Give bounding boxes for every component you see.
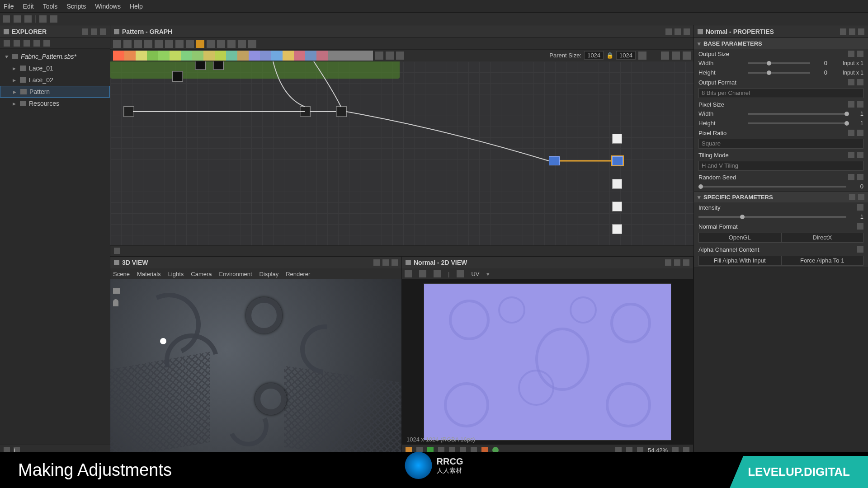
pin-icon[interactable] [373,259,380,266]
graph-output-node[interactable] [612,202,622,211]
maximize-icon[interactable] [91,28,97,35]
menu-display[interactable]: Display [259,271,279,277]
graph-node-selected[interactable] [549,156,560,165]
reset-icon[interactable] [857,246,863,253]
refresh-icon[interactable] [14,40,20,47]
zoom-icon[interactable] [155,40,163,48]
frame-icon[interactable] [113,40,121,48]
reset-icon[interactable] [857,101,863,108]
tree-item-pattern[interactable]: ▸ Pattern [0,86,110,98]
func-icon[interactable] [858,194,864,200]
pin-icon[interactable] [665,259,671,266]
maximize-icon[interactable] [849,28,855,35]
atomic-emboss[interactable] [203,51,215,61]
compute-icon[interactable] [196,40,204,48]
graph-canvas[interactable] [110,61,693,245]
menu-edit[interactable]: Edit [23,3,34,10]
atomic-normal[interactable] [260,51,271,61]
intensity-slider[interactable] [698,216,846,218]
menu-help[interactable]: Help [130,3,143,10]
atomic-dirblur[interactable] [170,51,181,61]
height-slider[interactable] [748,72,810,74]
magnify-icon[interactable] [144,40,152,48]
comment-icon[interactable] [386,52,394,60]
chevron-right-icon[interactable]: ▸ [11,100,17,107]
reset-icon[interactable] [857,223,863,230]
atomic-input[interactable] [350,51,362,61]
inherit-icon[interactable] [848,51,854,57]
chevron-right-icon[interactable]: ▸ [11,65,17,72]
home-icon[interactable] [3,15,10,23]
save-icon[interactable] [24,15,32,23]
atomic-distance[interactable] [192,51,203,61]
specific-params-header[interactable]: SPECIFIC PARAMETERS [703,194,773,201]
chevron-right-icon[interactable]: ▸ [11,88,18,95]
atomic-shuffle[interactable] [283,51,294,61]
light-icon[interactable] [113,299,118,306]
expose-icon[interactable] [849,194,855,200]
inherit-icon[interactable] [848,152,854,158]
close-icon[interactable] [684,28,690,35]
tree-root[interactable]: ▾ Fabric_Pattern.sbs* [0,51,110,62]
parent-size-w[interactable]: 1024 [584,51,604,60]
reset-icon[interactable] [857,174,863,180]
pin-icon[interactable] [665,28,672,35]
atomic-svg[interactable] [316,51,328,61]
atomic-dirwarp[interactable] [181,51,192,61]
reset-icon[interactable] [857,204,863,211]
inherit-icon[interactable] [848,174,854,180]
tiling-mode-select[interactable]: H and V Tiling [698,161,863,171]
camera-icon[interactable] [113,288,120,294]
menu-tools[interactable]: Tools [43,3,58,10]
profile-icon[interactable] [672,52,680,60]
graph-output-node[interactable] [612,224,622,234]
graph-node[interactable] [300,107,310,117]
flow-icon[interactable] [207,40,215,48]
atomic-uniform[interactable] [113,51,124,61]
atomic-text[interactable] [328,51,339,61]
btn-force-alpha[interactable]: Force Alpha To 1 [781,256,864,266]
chevron-down-icon[interactable]: ▾ [3,53,9,60]
pin-icon[interactable] [840,28,846,35]
close-icon[interactable] [858,28,864,35]
btn-opengl[interactable]: OpenGL [698,233,781,243]
atomic-levels[interactable] [249,51,260,61]
menu-environment[interactable]: Environment [219,271,252,277]
pin-icon[interactable] [82,28,88,35]
graph-node[interactable] [173,71,183,81]
move-icon[interactable] [123,40,132,48]
height-mode[interactable]: Input x 1 [827,70,863,76]
close-icon[interactable] [683,259,689,266]
atomic-blend[interactable] [124,51,136,61]
pointer-icon[interactable] [227,40,236,48]
reset-icon[interactable] [857,130,863,136]
atomic-channels[interactable] [147,51,158,61]
graph-node[interactable] [124,107,134,117]
maximize-icon[interactable] [382,259,389,266]
parent-size-h[interactable]: 1024 [616,51,636,60]
reset-size-icon[interactable] [638,52,646,60]
graph-node[interactable] [213,61,223,70]
menu-materials[interactable]: Materials [137,271,161,277]
reset-icon[interactable] [857,79,863,85]
undo-icon[interactable] [39,15,47,23]
seed-slider[interactable] [698,186,846,188]
tree-item-lace02[interactable]: ▸ Lace_02 [0,74,110,86]
base-params-header[interactable]: BASE PARAMETERS [703,40,762,47]
open-icon[interactable] [405,270,412,277]
inherit-icon[interactable] [848,79,854,85]
wand-icon[interactable] [238,40,246,48]
hierarchy-icon[interactable] [114,248,120,254]
settings-icon[interactable] [683,52,691,60]
atomic-blur[interactable] [136,51,147,61]
flow-mode-icon[interactable] [661,52,669,60]
inherit-icon[interactable] [848,130,854,136]
inherit-icon[interactable] [848,101,854,108]
pin-node-icon[interactable] [396,52,404,60]
chevron-right-icon[interactable]: ▸ [11,76,17,84]
btn-directx[interactable]: DirectX [781,233,864,243]
reset-icon[interactable] [857,152,863,158]
graph-node-normal[interactable] [612,156,623,165]
lock-icon[interactable]: 🔒 [606,52,613,59]
highlight-icon[interactable] [186,40,194,48]
